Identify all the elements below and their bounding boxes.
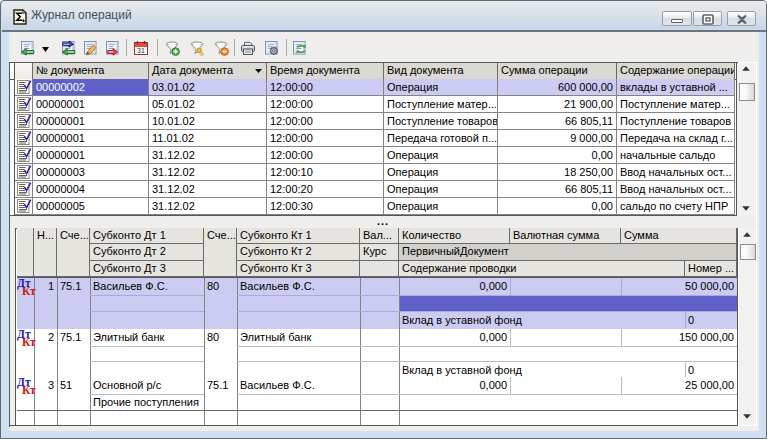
svg-text:31: 31 [137, 47, 145, 54]
